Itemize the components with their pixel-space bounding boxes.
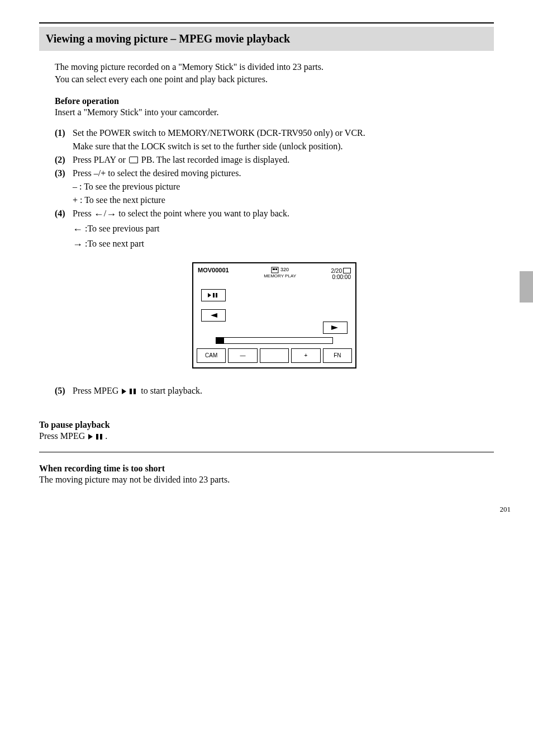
svg-marker-3 [208,293,211,297]
svg-rect-4 [213,293,215,297]
film-icon [271,267,279,273]
page-title-band: Viewing a moving picture – MPEG movie pl… [39,27,494,51]
memory-stick-icon [129,157,138,163]
svg-marker-6 [211,313,217,318]
screen-plus-button: + [291,348,320,363]
step-4-prev-text: :To see previous part [83,224,160,233]
svg-rect-9 [130,389,132,394]
arrow-right-icon-2 [73,237,83,252]
step-1-text-a: Set the POWER switch to MEMORY/NETWORK (… [73,128,365,138]
page-title: Viewing a moving picture – MPEG movie pl… [46,32,290,45]
step-number-1: (1) [55,126,73,140]
step-number-2: (2) [55,153,73,167]
step-5-text-b: to start playback. [139,386,202,395]
svg-marker-8 [122,389,126,394]
step-3: (3) Press –/+ to select the desired movi… [55,167,494,180]
step-5: (5) Press MPEG to start playback. [55,384,494,398]
screen-next-button [323,322,348,334]
svg-rect-12 [96,434,98,440]
screen-minus-button: — [228,348,257,363]
step-number-3: (3) [55,167,73,180]
step-4-next: :To see next part [73,237,494,252]
screen-quality: 320 [280,267,289,272]
step-3-text: Press –/+ to select the desired moving p… [73,168,241,178]
play-pause-icon [122,388,139,395]
screen-center-area [232,289,316,334]
screen-filename: MOV00001 [198,267,229,273]
screen-fn-button: FN [323,348,352,363]
svg-rect-2 [275,268,277,270]
arrow-left-icon-2 [73,222,83,237]
step-4-text-b: to select the point where you want to pl… [116,209,289,218]
intro-line-2: You can select every each one point and … [55,74,268,84]
step-1-text-b: Make sure that the LOCK switch is set to… [73,141,342,151]
note-text: The moving picture may not be divided in… [39,474,494,486]
intro-paragraph: The moving picture recorded on a "Memory… [55,61,494,85]
step-number-4: (4) [55,207,73,220]
screen-cam-button: CAM [197,348,226,363]
memory-stick-small-icon [343,268,351,273]
step-5-text-a: Press MPEG [73,386,121,395]
pause-heading: To pause playback [39,420,494,430]
arrow-right-icon [106,207,116,222]
step-4: (4) Press / to select the point where yo… [55,207,494,222]
svg-rect-5 [216,293,217,297]
step-4-prev: :To see previous part [73,222,494,237]
footer-rule [39,452,494,452]
step-number-5: (5) [55,384,73,398]
screen-progress-bar [216,337,333,344]
svg-rect-10 [134,389,136,394]
screen-progress-thumb [216,337,224,344]
step-2-text-b: PB. The last recorded image is displayed… [139,155,289,164]
screen-prev-button [201,309,226,322]
step-3-next: + : To see the next picture [73,193,494,207]
svg-marker-7 [331,325,338,330]
note-heading: When recording time is too short [39,464,494,474]
screen-counter: 0:00:00 [332,274,351,280]
svg-rect-1 [273,268,275,270]
step-1: (1) Set the POWER switch to MEMORY/NETWO… [55,126,494,153]
pause-text: Press MPEG . [39,430,494,442]
step-4-text-a: Press [73,209,94,218]
before-operation-text: Insert a "Memory Stick" into your camcor… [55,106,494,119]
page-number: 201 [500,505,511,514]
screen-mpeg-play-pause-button [201,289,226,301]
before-operation-heading: Before operation [55,96,494,106]
screen-blank-button [260,348,289,363]
step-2-text-a: Press PLAY or [73,155,128,164]
svg-rect-13 [100,434,102,440]
step-2: (2) Press PLAY or PB. The last recorded … [55,153,494,167]
lcd-screen-diagram: MOV00001 320 MEMORY PLAY 2/20 0:0 [192,262,356,368]
arrow-left-icon [94,207,104,222]
intro-line-1: The moving picture recorded on a "Memory… [55,62,323,72]
svg-marker-11 [88,434,93,440]
step-4-next-text: :To see next part [83,239,144,248]
step-3-prev: – : To see the previous picture [73,180,494,193]
pause-text-prefix: Press MPEG [39,431,87,441]
screen-frac: 2/20 [331,268,342,274]
top-rule [39,22,494,23]
play-pause-icon-2 [88,433,105,440]
side-tab [520,271,533,303]
screen-memory-play-label: MEMORY PLAY [264,273,296,278]
